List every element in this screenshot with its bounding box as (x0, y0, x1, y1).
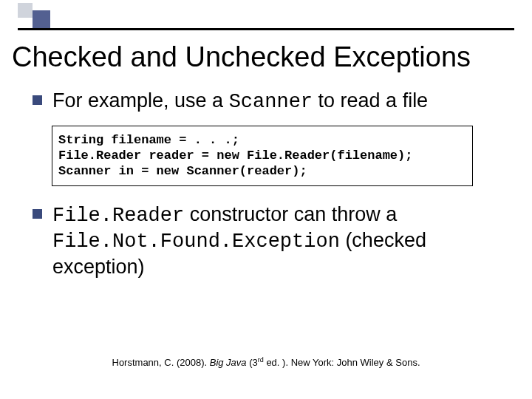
decorative-square-light (18, 3, 33, 18)
code-line-3: Scanner in = new Scanner(reader); (58, 163, 466, 179)
bullet2-code1: File.Reader (52, 205, 184, 227)
bullet-icon (33, 95, 42, 105)
bullet1-code: Scanner (229, 91, 313, 113)
bullet-text-2: File.Reader constructor can throw a File… (52, 202, 499, 280)
citation-edition-open: (3 (247, 357, 258, 368)
citation-edition-sup: rd (258, 356, 264, 364)
code-block: String filename = . . .; File.Reader rea… (52, 126, 473, 186)
bullet1-prefix: For example, use a (52, 89, 229, 112)
decorative-square-dark (33, 10, 50, 28)
bullet1-suffix: to read a file (313, 89, 428, 112)
slide-title: Checked and Unchecked Exceptions (12, 41, 520, 73)
citation-title: Big Java (210, 357, 247, 368)
slide-header (0, 0, 532, 37)
citation-author: Horstmann, C. (2008). (112, 357, 210, 368)
bullet-icon (33, 209, 42, 219)
bullet2-code2: File.Not.Found.Exception (52, 231, 340, 253)
slide-content: For example, use a Scanner to read a fil… (33, 89, 499, 290)
citation: Horstmann, C. (2008). Big Java (3rd ed. … (0, 356, 532, 368)
bullet-text-1: For example, use a Scanner to read a fil… (52, 89, 428, 115)
code-line-1: String filename = . . .; (58, 132, 466, 148)
bullet-item-2: File.Reader constructor can throw a File… (33, 202, 499, 280)
header-rule (18, 28, 514, 30)
citation-edition-close: ed. ). New York: John Wiley & Sons. (264, 357, 420, 368)
bullet-item-1: For example, use a Scanner to read a fil… (33, 89, 499, 115)
code-line-2: File.Reader reader = new File.Reader(fil… (58, 148, 466, 163)
bullet2-mid1: constructor can throw a (184, 203, 397, 225)
